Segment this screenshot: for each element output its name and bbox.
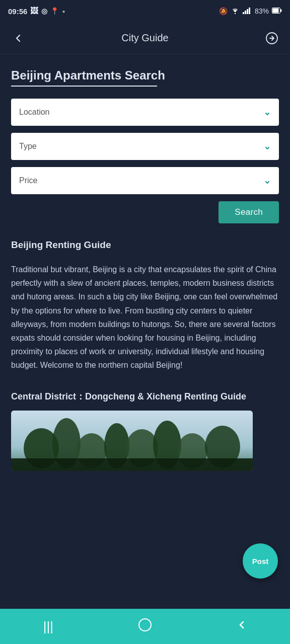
top-navigation: City Guide: [0, 22, 290, 54]
svg-rect-19: [139, 619, 151, 631]
svg-point-0: [235, 13, 236, 14]
main-content: Beijing Apartments Search Location ⌄ Typ…: [0, 54, 290, 372]
search-button-row: Search: [11, 201, 279, 223]
nav-menu-button[interactable]: |||: [0, 609, 97, 644]
bottom-navigation: |||: [0, 609, 290, 644]
wifi-icon: [231, 7, 240, 16]
mute-icon: 🔕: [219, 7, 228, 15]
svg-rect-3: [247, 9, 248, 14]
price-dropdown[interactable]: Price ⌄: [11, 167, 279, 194]
nav-home-button[interactable]: [97, 609, 193, 644]
battery-display: 83%: [255, 7, 269, 15]
guide-body: Traditional but vibrant, Beijing is a ci…: [11, 263, 279, 372]
location-label: Location: [19, 108, 50, 117]
time-display: 09:56: [8, 7, 27, 16]
share-button[interactable]: [262, 28, 282, 48]
guide-title: Beijing Renting Guide: [11, 239, 279, 251]
title-underline: [11, 86, 157, 87]
svg-rect-1: [243, 12, 244, 14]
svg-rect-2: [245, 11, 246, 14]
back-nav-icon: [236, 619, 248, 634]
fab-label: Post: [252, 557, 269, 566]
search-button[interactable]: Search: [219, 201, 279, 223]
district-title: Central District：Dongcheng & Xicheng Ren…: [0, 390, 290, 403]
price-chevron-icon: ⌄: [263, 175, 271, 186]
location-dropdown[interactable]: Location ⌄: [11, 99, 279, 126]
type-label: Type: [19, 142, 37, 151]
svg-rect-7: [273, 9, 279, 13]
signal-icon: [243, 7, 252, 16]
page-title: City Guide: [28, 32, 262, 44]
svg-rect-18: [11, 458, 253, 471]
location-icon: 📍: [50, 7, 59, 15]
price-label: Price: [19, 176, 37, 185]
post-fab[interactable]: Post: [243, 543, 278, 579]
svg-rect-6: [280, 10, 282, 12]
svg-rect-4: [249, 8, 250, 14]
district-image: [11, 411, 253, 471]
status-bar: 09:56 🖼 ◎ 📍 ● 🔕 83%: [0, 0, 290, 22]
home-icon: [138, 618, 152, 635]
type-dropdown[interactable]: Type ⌄: [11, 133, 279, 160]
nav-back-button[interactable]: [193, 609, 290, 644]
type-chevron-icon: ⌄: [263, 141, 271, 152]
gallery-icon: 🖼: [30, 7, 38, 16]
dot-icon: ●: [62, 9, 65, 14]
location-chevron-icon: ⌄: [263, 107, 271, 118]
sim-icon: ◎: [41, 7, 47, 15]
back-button[interactable]: [8, 28, 28, 48]
battery-icon: [272, 7, 282, 15]
search-section-title: Beijing Apartments Search: [11, 68, 279, 83]
menu-icon: |||: [43, 619, 53, 634]
